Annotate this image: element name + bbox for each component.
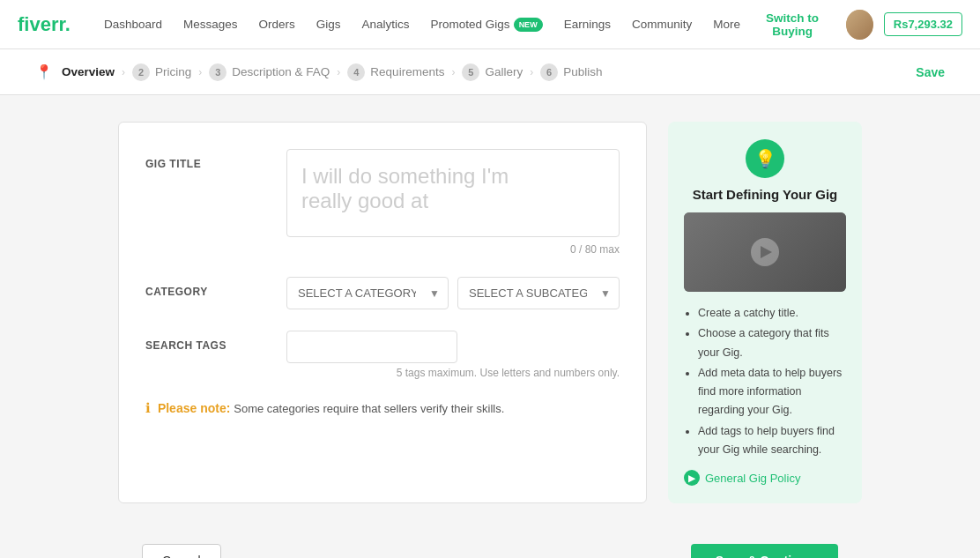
nav-messages[interactable]: Messages (174, 11, 247, 38)
nav-more[interactable]: More (704, 11, 749, 38)
breadcrumb-step-publish[interactable]: 6 Publish (540, 63, 602, 81)
notice-row: ℹ Please note: Some categories require t… (145, 400, 620, 416)
category-row: CATEGORY SELECT A CATEGORY ▼ SELECT A SU… (145, 277, 620, 309)
cancel-button[interactable]: Cancel (142, 544, 221, 558)
policy-icon: ▶ (684, 470, 700, 486)
video-background (684, 212, 846, 292)
nav-analytics[interactable]: Analytics (353, 11, 419, 38)
nav-promoted-gigs[interactable]: Promoted Gigs NEW (422, 11, 552, 39)
tip-3: Add meta data to help buyers find more i… (698, 364, 846, 420)
tags-hint: 5 tags maximum. Use letters and numbers … (286, 367, 620, 379)
breadcrumb: 📍 Overview › 2 Pricing › 3 Description &… (35, 63, 916, 81)
breadcrumb-step-pricing[interactable]: 2 Pricing (132, 63, 191, 81)
nav-gigs[interactable]: Gigs (308, 11, 350, 38)
breadcrumb-step-requirements[interactable]: 4 Requirements (347, 63, 444, 81)
main-content: GIG TITLE 0 / 80 max CATEGORY SELECT A C… (0, 95, 980, 530)
nav-community[interactable]: Community (623, 11, 701, 38)
breadcrumb-separator-3: › (337, 66, 340, 78)
subcategory-select[interactable]: SELECT A SUBCATEGORY (457, 277, 620, 309)
tips-list: Create a catchy title. Choose a category… (684, 304, 846, 459)
form-panel: GIG TITLE 0 / 80 max CATEGORY SELECT A C… (118, 122, 647, 503)
category-label: CATEGORY (145, 277, 286, 298)
gig-title-content: 0 / 80 max (286, 149, 620, 256)
gig-title-label: GIG TITLE (145, 149, 286, 170)
nav-dashboard[interactable]: Dashboard (95, 11, 171, 38)
step-num-2: 2 (132, 63, 150, 81)
breadcrumb-step-overview[interactable]: 📍 Overview (35, 63, 115, 80)
bottom-bar: Cancel Save & Continue (107, 530, 873, 558)
breadcrumb-separator-4: › (451, 66, 455, 78)
new-badge: NEW (514, 18, 543, 32)
video-thumbnail[interactable] (684, 212, 846, 292)
gig-title-input[interactable] (286, 149, 620, 237)
sidebar-panel: 💡 Start Defining Your Gig Create a catch… (668, 122, 862, 503)
step-num-4: 4 (347, 63, 365, 81)
tip-2: Choose a category that fits your Gig. (698, 324, 846, 362)
header: fiverr. Dashboard Messages Orders Gigs A… (0, 0, 980, 49)
char-count: 0 / 80 max (286, 243, 620, 256)
balance-display: Rs7,293.32 (884, 12, 962, 36)
breadcrumb-separator-2: › (198, 66, 202, 78)
breadcrumb-separator-1: › (122, 66, 125, 78)
step-num-6: 6 (540, 63, 558, 81)
search-tags-input[interactable] (286, 331, 457, 363)
step-num-5: 5 (462, 63, 479, 81)
gig-title-row: GIG TITLE 0 / 80 max (145, 149, 620, 256)
category-select[interactable]: SELECT A CATEGORY (286, 277, 449, 309)
category-selects: SELECT A CATEGORY ▼ SELECT A SUBCATEGORY… (286, 277, 620, 309)
save-continue-button[interactable]: Save & Continue (691, 544, 838, 558)
search-tags-row: SEARCH TAGS 5 tags maximum. Use letters … (145, 331, 620, 379)
logo[interactable]: fiverr. (18, 13, 71, 36)
nav-orders[interactable]: Orders (250, 11, 304, 38)
avatar-image (846, 10, 873, 40)
tip-1: Create a catchy title. (698, 304, 846, 323)
switch-buying-button[interactable]: Switch to Buying (749, 11, 835, 38)
search-tags-label: SEARCH TAGS (145, 331, 286, 352)
search-tags-content: 5 tags maximum. Use letters and numbers … (286, 331, 620, 379)
nav-right: Switch to Buying Rs7,293.32 (749, 10, 962, 40)
main-nav: Dashboard Messages Orders Gigs Analytics… (95, 11, 749, 39)
category-select-wrapper: SELECT A CATEGORY ▼ (286, 277, 449, 309)
tip-4: Add tags to help buyers find your Gig wh… (698, 422, 846, 460)
step-num-3: 3 (209, 63, 226, 81)
lightbulb-icon: 💡 (746, 139, 784, 178)
breadcrumb-step-gallery[interactable]: 5 Gallery (462, 63, 523, 81)
info-icon-wrap: 💡 (684, 139, 846, 178)
subcategory-select-wrapper: SELECT A SUBCATEGORY ▼ (457, 277, 620, 309)
info-card-title: Start Defining Your Gig (684, 187, 846, 202)
policy-link[interactable]: ▶ General Gig Policy (684, 470, 846, 486)
policy-label: General Gig Policy (705, 472, 800, 485)
warning-icon: ℹ (145, 400, 151, 415)
breadcrumb-save-button[interactable]: Save (916, 65, 945, 79)
info-card: 💡 Start Defining Your Gig Create a catch… (668, 122, 862, 503)
breadcrumb-separator-5: › (530, 66, 533, 78)
avatar[interactable] (846, 10, 873, 40)
location-icon: 📍 (35, 63, 53, 80)
notice-text: Some categories require that sellers ver… (234, 402, 504, 415)
breadcrumb-step-description[interactable]: 3 Description & FAQ (209, 63, 330, 81)
notice-label: Please note: (158, 401, 230, 415)
nav-earnings[interactable]: Earnings (555, 11, 620, 38)
breadcrumb-bar: 📍 Overview › 2 Pricing › 3 Description &… (0, 49, 980, 95)
